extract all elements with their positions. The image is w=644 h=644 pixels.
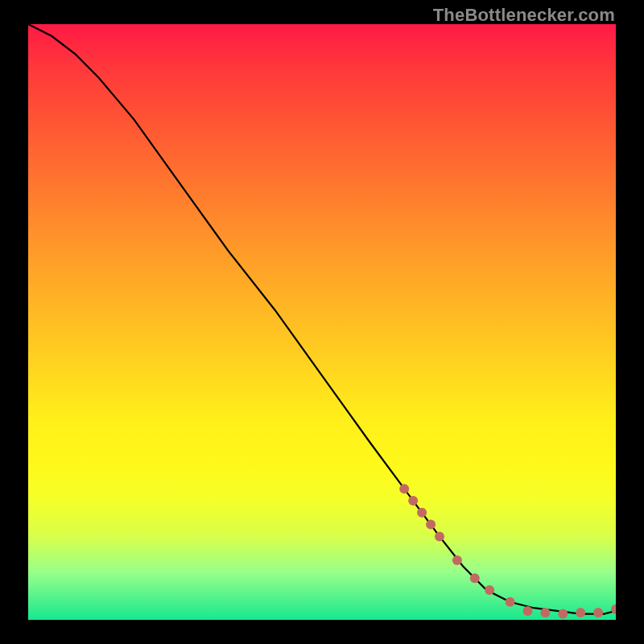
marker-dot xyxy=(408,496,418,506)
watermark-text: TheBottlenecker.com xyxy=(433,5,615,26)
marker-dot xyxy=(485,585,494,595)
marker-dot xyxy=(558,609,568,619)
marker-dot xyxy=(593,608,603,617)
marker-dot xyxy=(426,520,436,530)
highlight-markers xyxy=(399,484,616,618)
marker-dot xyxy=(399,484,409,493)
curve-line xyxy=(28,24,616,614)
marker-dot xyxy=(470,573,480,583)
chart-stage: TheBottlenecker.com xyxy=(0,0,644,644)
marker-dot xyxy=(523,606,533,616)
marker-dot xyxy=(435,531,444,541)
chart-overlay xyxy=(28,24,616,620)
marker-dot xyxy=(540,608,550,617)
marker-dot xyxy=(506,597,515,607)
marker-dot xyxy=(417,508,427,518)
marker-dot xyxy=(452,555,462,565)
plot-area xyxy=(28,24,616,620)
marker-dot xyxy=(576,608,585,617)
